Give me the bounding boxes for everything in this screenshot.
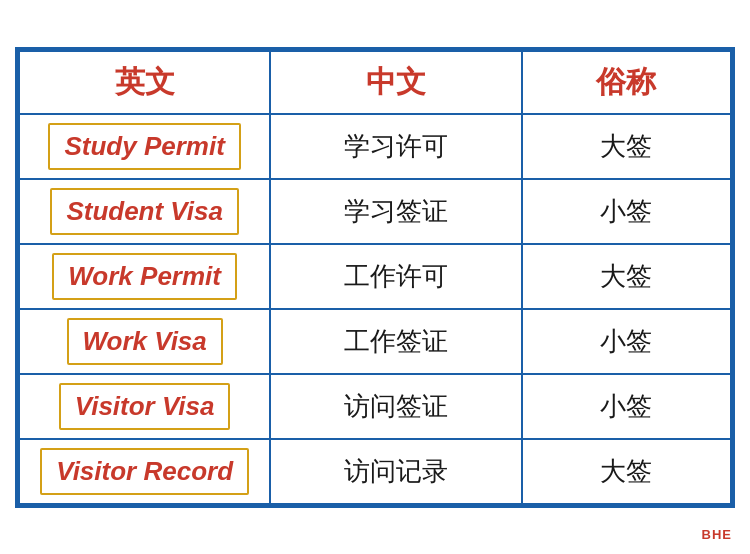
table-row: Visitor Visa访问签证小签 (19, 374, 731, 439)
table-row: Visitor Record访问记录大签 (19, 439, 731, 504)
header-col2: 中文 (270, 51, 521, 114)
watermark: BHE (702, 527, 732, 542)
chinese-cell-5: 访问记录 (270, 439, 521, 504)
chinese-cell-4: 访问签证 (270, 374, 521, 439)
colloquial-cell-2: 大签 (522, 244, 731, 309)
chinese-cell-3: 工作签证 (270, 309, 521, 374)
colloquial-cell-5: 大签 (522, 439, 731, 504)
english-label-1: Student Visa (50, 188, 239, 235)
table-row: Student Visa学习签证小签 (19, 179, 731, 244)
colloquial-cell-4: 小签 (522, 374, 731, 439)
main-table: 英文 中文 俗称 Study Permit学习许可大签Student Visa学… (18, 50, 732, 505)
chinese-cell-1: 学习签证 (270, 179, 521, 244)
english-cell-0: Study Permit (19, 114, 270, 179)
chinese-cell-2: 工作许可 (270, 244, 521, 309)
colloquial-cell-1: 小签 (522, 179, 731, 244)
table-row: Work Permit工作许可大签 (19, 244, 731, 309)
table-row: Work Visa工作签证小签 (19, 309, 731, 374)
english-cell-4: Visitor Visa (19, 374, 270, 439)
english-cell-5: Visitor Record (19, 439, 270, 504)
table-container: 英文 中文 俗称 Study Permit学习许可大签Student Visa学… (15, 47, 735, 508)
header-row: 英文 中文 俗称 (19, 51, 731, 114)
colloquial-cell-0: 大签 (522, 114, 731, 179)
table-row: Study Permit学习许可大签 (19, 114, 731, 179)
english-label-4: Visitor Visa (59, 383, 231, 430)
english-cell-2: Work Permit (19, 244, 270, 309)
english-cell-3: Work Visa (19, 309, 270, 374)
english-label-2: Work Permit (52, 253, 237, 300)
english-cell-1: Student Visa (19, 179, 270, 244)
english-label-3: Work Visa (67, 318, 223, 365)
english-label-5: Visitor Record (40, 448, 249, 495)
header-col1: 英文 (19, 51, 270, 114)
english-label-0: Study Permit (48, 123, 240, 170)
chinese-cell-0: 学习许可 (270, 114, 521, 179)
header-col3: 俗称 (522, 51, 731, 114)
colloquial-cell-3: 小签 (522, 309, 731, 374)
page-wrapper: 英文 中文 俗称 Study Permit学习许可大签Student Visa学… (0, 0, 750, 554)
